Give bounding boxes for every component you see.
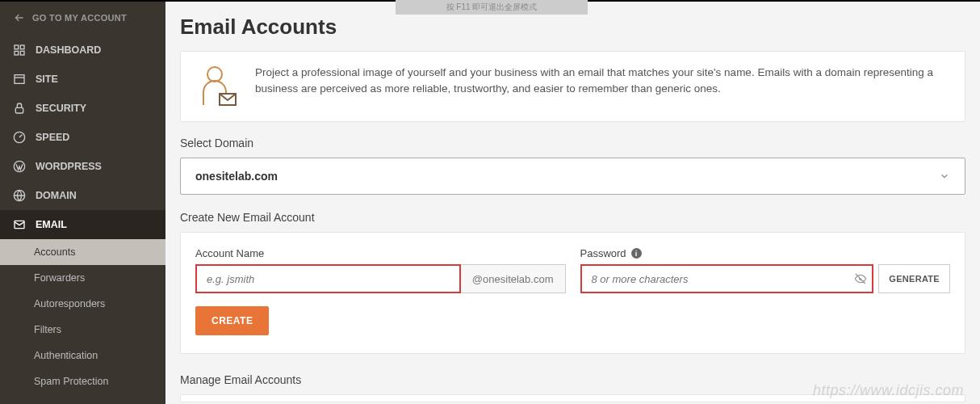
nav-label: SECURITY bbox=[36, 103, 86, 114]
chevron-down-icon bbox=[939, 170, 950, 182]
subnav-label: Accounts bbox=[34, 246, 75, 258]
sidebar-item-site[interactable]: SITE bbox=[0, 65, 165, 94]
svg-point-9 bbox=[207, 67, 222, 82]
subnav-label: Spam Protection bbox=[34, 376, 108, 387]
nav-label: SITE bbox=[36, 74, 58, 85]
sidebar-item-dashboard[interactable]: DASHBOARD bbox=[0, 36, 165, 65]
account-name-input[interactable] bbox=[195, 264, 461, 293]
site-icon bbox=[13, 73, 26, 86]
svg-rect-3 bbox=[20, 51, 24, 55]
subnav-label: Filters bbox=[34, 324, 61, 335]
svg-rect-5 bbox=[15, 107, 23, 113]
mail-icon bbox=[13, 218, 26, 231]
browser-hint-pill: 按 F11 即可退出全屏模式 bbox=[396, 0, 588, 15]
lock-icon bbox=[13, 102, 26, 115]
subnav-forwarders[interactable]: Forwarders bbox=[0, 265, 165, 291]
eye-off-icon[interactable] bbox=[854, 272, 867, 285]
domain-select-value: onesitelab.com bbox=[195, 170, 278, 183]
password-label: Password bbox=[580, 247, 626, 259]
sidebar-item-email[interactable]: EMAIL bbox=[0, 210, 165, 239]
globe-icon bbox=[13, 189, 26, 202]
manage-card-top bbox=[180, 394, 965, 402]
dashboard-icon bbox=[13, 44, 26, 57]
generate-button[interactable]: GENERATE bbox=[878, 264, 950, 293]
svg-rect-0 bbox=[15, 45, 19, 49]
back-to-account[interactable]: GO TO MY ACCOUNT bbox=[0, 0, 165, 36]
sidebar-item-domain[interactable]: DOMAIN bbox=[0, 181, 165, 210]
svg-rect-4 bbox=[15, 75, 24, 84]
sidebar-item-security[interactable]: SECURITY bbox=[0, 94, 165, 123]
intro-text: Project a professional image of yourself… bbox=[255, 65, 947, 108]
create-account-card: Account Name @onesitelab.com Password i … bbox=[180, 232, 965, 354]
create-button[interactable]: CREATE bbox=[195, 306, 269, 335]
main-panel: Email Accounts Project a professional im… bbox=[165, 0, 980, 404]
nav-label: SPEED bbox=[36, 132, 69, 143]
subnav-spam-protection[interactable]: Spam Protection bbox=[0, 368, 165, 394]
nav-label: DASHBOARD bbox=[36, 44, 101, 56]
svg-rect-1 bbox=[20, 45, 24, 49]
email-illustration-icon bbox=[199, 65, 239, 108]
account-name-label: Account Name bbox=[195, 247, 566, 259]
select-domain-label: Select Domain bbox=[180, 137, 965, 149]
subnav-accounts[interactable]: Accounts bbox=[0, 239, 165, 265]
subnav-label: Autoresponders bbox=[34, 298, 105, 309]
nav-label: WORDPRESS bbox=[36, 161, 102, 172]
sidebar-item-speed[interactable]: SPEED bbox=[0, 123, 165, 152]
domain-select[interactable]: onesitelab.com bbox=[180, 158, 965, 195]
subnav-label: Forwarders bbox=[34, 272, 85, 284]
create-account-label: Create New Email Account bbox=[180, 211, 965, 224]
manage-accounts-label: Manage Email Accounts bbox=[180, 373, 965, 386]
nav-label: DOMAIN bbox=[36, 190, 77, 201]
gauge-icon bbox=[13, 131, 26, 144]
intro-card: Project a professional image of yourself… bbox=[180, 51, 965, 122]
subnav-label: Authentication bbox=[34, 350, 98, 361]
wordpress-icon bbox=[13, 160, 26, 173]
subnav-autoresponders[interactable]: Autoresponders bbox=[0, 291, 165, 317]
primary-nav: DASHBOARD SITE SECURITY SPEED WORDPRESS … bbox=[0, 36, 165, 394]
domain-suffix: @onesitelab.com bbox=[461, 264, 566, 293]
nav-label: EMAIL bbox=[36, 219, 67, 230]
subnav-authentication[interactable]: Authentication bbox=[0, 343, 165, 368]
page-title: Email Accounts bbox=[180, 15, 965, 40]
sidebar-item-wordpress[interactable]: WORDPRESS bbox=[0, 152, 165, 181]
arrow-left-icon bbox=[13, 11, 26, 24]
subnav-filters[interactable]: Filters bbox=[0, 317, 165, 343]
info-icon[interactable]: i bbox=[631, 248, 642, 259]
sidebar: GO TO MY ACCOUNT DASHBOARD SITE SECURITY… bbox=[0, 0, 165, 404]
email-subnav: Accounts Forwarders Autoresponders Filte… bbox=[0, 239, 165, 394]
password-input[interactable] bbox=[580, 264, 874, 293]
svg-rect-2 bbox=[15, 51, 19, 55]
back-label: GO TO MY ACCOUNT bbox=[32, 13, 127, 23]
